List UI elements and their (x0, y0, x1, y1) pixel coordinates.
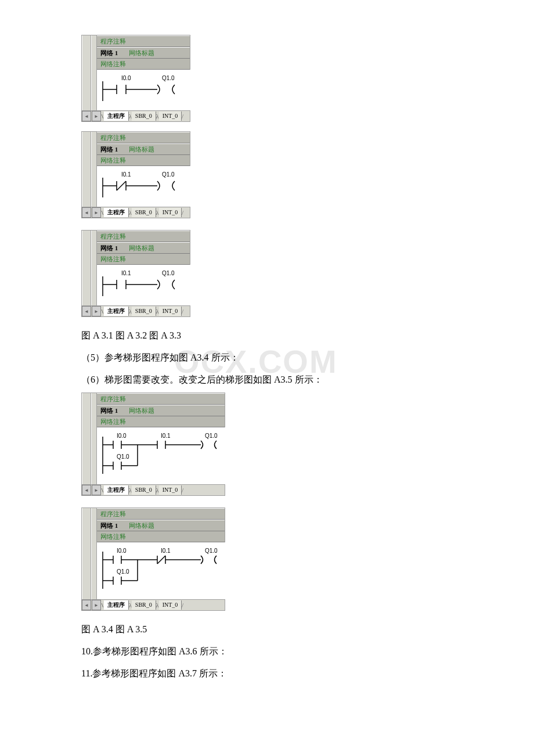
tab-sbr[interactable]: SBR_0 (132, 485, 156, 495)
contact-label: I0.1 (121, 171, 131, 178)
network-comment: 网络注释 (97, 416, 225, 427)
contact-label: I0.1 (121, 270, 131, 276)
tab-bar: ◄ ► \ 主程序 λ SBR_0 λ INT_0 / (82, 484, 225, 495)
tab-int[interactable]: INT_0 (159, 600, 182, 610)
text-line-11: 11.参考梯形图程序如图 A3.7 所示： (81, 664, 453, 683)
scroll-left-icon[interactable]: ◄ (82, 600, 91, 610)
network-title: 网络标题 (129, 146, 154, 153)
ladder-rung: I0.1 Q1.0 (99, 268, 192, 298)
tab-sbr[interactable]: SBR_0 (132, 600, 156, 610)
coil-label: Q1.0 (162, 171, 175, 178)
svg-line-35 (157, 556, 165, 564)
network-label: 网络 1 (100, 49, 118, 56)
text-line-10: 10.参考梯形图程序如图 A3.6 所示： (81, 642, 453, 661)
scroll-left-icon[interactable]: ◄ (82, 207, 91, 218)
ladder-rung: I0.0 I0.1 Q1.0 Q1.0 (99, 546, 227, 592)
scroll-right-icon[interactable]: ► (92, 485, 101, 495)
tab-main[interactable]: 主程序 (104, 111, 129, 121)
branch-label: Q1.0 (117, 568, 129, 575)
network-comment: 网络注释 (97, 59, 190, 70)
tab-bar: ◄ ► \ 主程序 λ SBR_0 λ INT_0 / (82, 207, 190, 218)
scroll-left-icon[interactable]: ◄ (82, 306, 91, 316)
ladder-rung: I0.1 Q1.0 (99, 170, 192, 200)
program-comment: 程序注释 (97, 508, 225, 520)
svg-line-8 (117, 181, 126, 190)
scroll-right-icon[interactable]: ► (92, 600, 101, 610)
scroll-left-icon[interactable]: ◄ (82, 485, 91, 495)
branch-label: Q1.0 (117, 453, 129, 460)
program-comment: 程序注释 (97, 132, 190, 143)
tab-sbr[interactable]: SBR_0 (132, 111, 156, 121)
tab-main[interactable]: 主程序 (104, 208, 129, 217)
contact-label: I0.0 (121, 75, 131, 81)
network-title: 网络标题 (129, 49, 154, 56)
ladder-diagram-1: 程序注释 网络 1 网络标题 网络注释 I0.0 (81, 35, 190, 122)
network-title: 网络标题 (129, 407, 154, 414)
tab-sbr[interactable]: SBR_0 (132, 208, 156, 217)
ladder-diagram-5: 程序注释 网络 1 网络标题 网络注释 I0.0 (81, 507, 225, 611)
tab-bar: ◄ ► \ 主程序 λ SBR_0 λ INT_0 / (82, 599, 225, 610)
ladder-rung: I0.0 Q1.0 (99, 73, 192, 103)
scroll-right-icon[interactable]: ► (92, 306, 101, 316)
program-comment: 程序注释 (97, 231, 190, 242)
tab-main[interactable]: 主程序 (104, 307, 129, 316)
text-line-6: （6）梯形图需要改变。改变之后的梯形图如图 A3.5 所示： (81, 370, 453, 389)
caption-2: 图 A 3.4 图 A 3.5 (81, 620, 453, 639)
network-comment: 网络注释 (97, 254, 190, 265)
network-comment: 网络注释 (97, 531, 225, 542)
tab-sbr[interactable]: SBR_0 (132, 307, 156, 316)
ladder-rung: I0.0 I0.1 Q1.0 Q1.0 (99, 431, 227, 477)
network-label: 网络 1 (100, 522, 118, 529)
program-comment: 程序注释 (97, 393, 225, 405)
network-title: 网络标题 (129, 522, 154, 529)
ladder-diagram-4: 程序注释 网络 1 网络标题 网络注释 I0.0 (81, 393, 225, 496)
tab-int[interactable]: INT_0 (159, 307, 182, 316)
tab-int[interactable]: INT_0 (159, 208, 182, 217)
tab-main[interactable]: 主程序 (104, 600, 129, 610)
coil-label: Q1.0 (162, 270, 175, 276)
tab-int[interactable]: INT_0 (159, 485, 182, 495)
contact1-label: I0.0 (117, 548, 127, 554)
network-label: 网络 1 (100, 244, 118, 251)
contact1-label: I0.0 (117, 433, 127, 439)
ladder-diagram-2: 程序注释 网络 1 网络标题 网络注释 I0.1 (81, 131, 190, 218)
coil-label: Q1.0 (205, 433, 218, 439)
program-comment: 程序注释 (97, 35, 190, 47)
scroll-left-icon[interactable]: ◄ (82, 111, 91, 121)
network-title: 网络标题 (129, 244, 154, 251)
tab-int[interactable]: INT_0 (159, 111, 182, 121)
coil-label: Q1.0 (205, 548, 218, 554)
tab-bar: ◄ ► \ 主程序 λ SBR_0 λ INT_0 / (82, 305, 190, 316)
network-comment: 网络注释 (97, 155, 190, 166)
caption-1: 图 A 3.1 图 A 3.2 图 A 3.3 (81, 326, 453, 345)
contact2-label: I0.1 (161, 433, 171, 439)
contact2-label: I0.1 (161, 548, 171, 554)
tab-main[interactable]: 主程序 (104, 485, 129, 495)
network-label: 网络 1 (100, 146, 118, 153)
coil-label: Q1.0 (162, 75, 175, 81)
scroll-right-icon[interactable]: ► (92, 207, 101, 218)
scroll-right-icon[interactable]: ► (92, 111, 101, 121)
text-line-5: （5）参考梯形图程序如图 A3.4 所示： (81, 348, 453, 367)
ladder-diagram-3: 程序注释 网络 1 网络标题 网络注释 I0.1 (81, 230, 190, 317)
tab-bar: ◄ ► \ 主程序 λ SBR_0 λ INT_0 / (82, 110, 190, 121)
network-label: 网络 1 (100, 407, 118, 414)
